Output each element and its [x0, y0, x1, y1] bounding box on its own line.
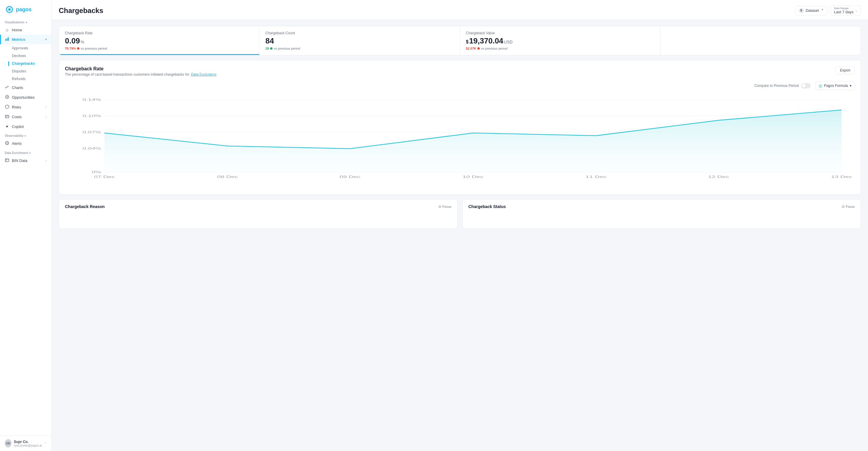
dataset-control[interactable]: 0 Dataset ⌃: [795, 6, 827, 16]
footer-chevron: ⌃: [44, 442, 46, 445]
focus-icon-1: ⊙: [438, 204, 441, 209]
chart-title-group: Chargeback Rate The percentage of card-b…: [65, 66, 216, 77]
avatar: SB: [5, 439, 11, 447]
page-header: Chargebacks 0 Dataset ⌃ Date Range Last …: [52, 0, 868, 20]
x-label-5: 11 Dec: [586, 175, 607, 179]
svg-rect-5: [8, 37, 9, 41]
data-exclusions-link[interactable]: Data Exclusions: [191, 73, 216, 77]
risks-label: Risks: [12, 105, 21, 109]
sidebar-item-copilot[interactable]: ✦ Copilot: [0, 122, 51, 131]
x-label-2: 08 Dec: [217, 175, 238, 179]
data-enrichment-label: Data Enrichment: [5, 151, 28, 154]
kpi-value-value: $19,370.04USD: [466, 36, 654, 46]
formula-icon: ◎: [819, 83, 822, 88]
sidebar: pagos Visualizations ▾ ⌂ Home Metrics ▾ …: [0, 0, 52, 451]
y-label-4: 0.10%: [82, 114, 101, 118]
kpi-count-label: Chargeback Count: [266, 31, 454, 35]
svg-rect-3: [5, 39, 6, 41]
chart-area: 0.14% 0.10% 0.07% 0.04% 0%: [65, 94, 855, 188]
costs-chevron: ›: [46, 115, 46, 118]
date-range-control[interactable]: Date Range Last 7 days ⌃: [831, 5, 861, 16]
sidebar-item-bin-data[interactable]: BIN Data ›: [0, 156, 51, 166]
kpi-rate-delta-dot: [77, 47, 80, 50]
bin-data-chevron: ›: [46, 159, 46, 162]
observability-chevron: ▾: [25, 135, 26, 137]
alerts-label: Alerts: [12, 141, 22, 146]
chargeback-reason-focus[interactable]: ⊙ Focus: [438, 204, 452, 209]
sidebar-sub-chargebacks[interactable]: Chargebacks: [0, 60, 51, 67]
kpi-value-delta-dot: [477, 47, 480, 50]
kpi-chargeback-count[interactable]: Chargeback Count 84 28 vs previous perio…: [259, 26, 460, 55]
sidebar-item-risks[interactable]: Risks ›: [0, 102, 51, 112]
y-label-2: 0.04%: [82, 147, 101, 150]
svg-point-7: [6, 96, 8, 97]
svg-rect-19: [5, 159, 9, 162]
chart-controls: Export: [836, 66, 855, 75]
kpi-value-delta-text: vs previous period: [481, 47, 507, 50]
main-content: Chargebacks 0 Dataset ⌃ Date Range Last …: [52, 0, 868, 451]
chargeback-status-title: Chargeback Status: [469, 204, 506, 209]
copilot-icon: ✦: [5, 124, 9, 129]
kpi-count-delta-dot: [270, 47, 273, 50]
pagos-logo-icon: [5, 5, 14, 14]
visualizations-chevron: ▾: [26, 21, 27, 24]
risks-icon: [5, 105, 9, 110]
dataset-label: Dataset: [806, 8, 819, 13]
visualizations-section[interactable]: Visualizations ▾: [0, 18, 51, 25]
risks-chevron: ›: [46, 106, 46, 109]
logo[interactable]: pagos: [0, 0, 51, 18]
sidebar-item-costs[interactable]: Costs ›: [0, 112, 51, 122]
costs-label: Costs: [12, 115, 22, 119]
chart-section: Chargeback Rate The percentage of card-b…: [59, 60, 861, 195]
focus-icon-2: ⊙: [842, 204, 845, 209]
kpi-chargeback-value[interactable]: Chargeback Value $19,370.04USD $2.07K vs…: [460, 26, 660, 55]
kpi-chargeback-rate[interactable]: Chargeback Rate 0.09% 78.79% vs previous…: [59, 26, 259, 55]
sidebar-sub-declines[interactable]: Declines: [0, 52, 51, 60]
sidebar-item-alerts[interactable]: Alerts: [0, 139, 51, 148]
declines-label: Declines: [12, 54, 26, 58]
sidebar-item-metrics[interactable]: Metrics ▾: [0, 35, 51, 44]
chargeback-status-focus[interactable]: ⊙ Focus: [842, 204, 855, 209]
sidebar-sub-disputes[interactable]: Disputes: [0, 67, 51, 75]
observability-section[interactable]: Observability ▾: [0, 131, 51, 139]
formula-button[interactable]: ◎ Pagos Formula ▾: [815, 81, 855, 90]
kpi-value-delta-value: $2.07K: [466, 47, 476, 50]
y-label-1: 0%: [92, 171, 101, 174]
header-controls: 0 Dataset ⌃ Date Range Last 7 days ⌃: [795, 5, 861, 16]
visualizations-label: Visualizations: [5, 21, 25, 24]
x-label-6: 12 Dec: [708, 175, 729, 179]
data-enrichment-section[interactable]: Data Enrichment ▾: [0, 148, 51, 156]
export-button[interactable]: Export: [836, 66, 855, 75]
sidebar-item-charts[interactable]: Charts: [0, 83, 51, 92]
sidebar-item-home[interactable]: ⌂ Home: [0, 25, 51, 35]
footer-email: ryan.burke@pagos.ai: [14, 444, 42, 447]
disputes-label: Disputes: [12, 69, 26, 73]
date-range-chevron: ⌃: [855, 10, 858, 13]
sidebar-sub-approvals[interactable]: Approvals: [0, 44, 51, 52]
chargeback-reason-title: Chargeback Reason: [65, 204, 105, 209]
kpi-count-delta-text: vs previous period: [274, 47, 300, 50]
costs-icon: [5, 114, 9, 119]
y-label-5: 0.14%: [82, 98, 101, 102]
formula-chevron: ▾: [850, 84, 851, 88]
sidebar-item-opportunities[interactable]: Opportunities: [0, 92, 51, 102]
chart-title: Chargeback Rate: [65, 66, 216, 72]
dataset-badge: 0: [799, 8, 804, 13]
sidebar-sub-refunds[interactable]: Refunds: [0, 75, 51, 83]
footer-info: Supr Co. ryan.burke@pagos.ai: [14, 440, 42, 447]
chargeback-status-card: Chargeback Status ⊙ Focus: [462, 199, 861, 229]
content-area: Chargeback Rate 0.09% 78.79% vs previous…: [52, 20, 868, 451]
svg-rect-4: [7, 38, 8, 41]
copilot-label: Copilot: [12, 124, 24, 129]
x-label-4: 10 Dec: [463, 175, 484, 179]
kpi-rate-value: 0.09%: [65, 36, 253, 46]
chart-subtitle: The percentage of card-based transaction…: [65, 73, 216, 77]
kpi-empty: [660, 26, 861, 55]
approvals-label: Approvals: [12, 46, 28, 50]
sidebar-item-label: Home: [12, 28, 22, 32]
svg-point-14: [6, 142, 8, 144]
svg-point-2: [8, 8, 11, 11]
sidebar-footer[interactable]: SB Supr Co. ryan.burke@pagos.ai ⌃: [0, 435, 51, 451]
compare-toggle-switch[interactable]: [801, 83, 811, 88]
x-label-1: 07 Dec: [94, 175, 115, 179]
